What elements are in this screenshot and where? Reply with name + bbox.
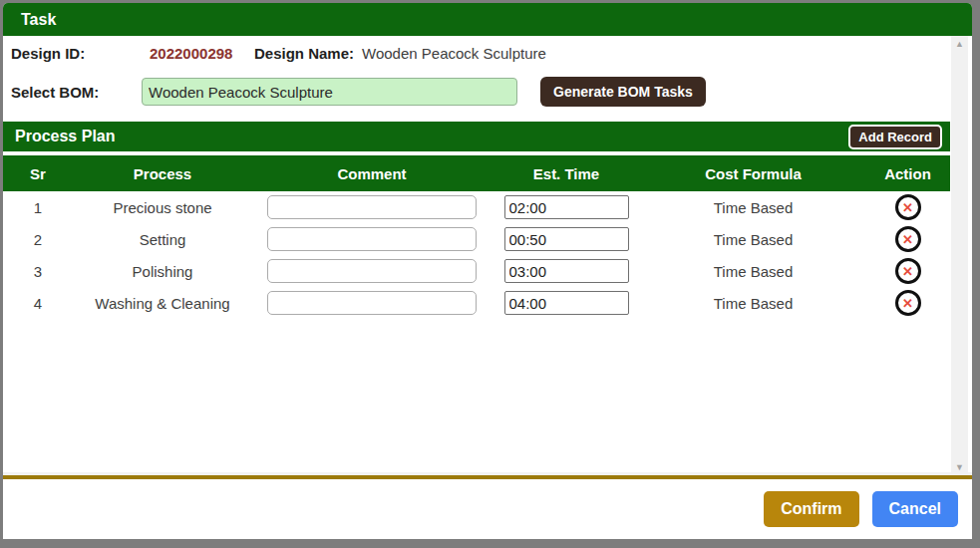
dialog-footer: Confirm Cancel [3, 479, 972, 539]
table-row: 3 Polishing Time Based ✕ [3, 255, 950, 287]
select-bom-label: Select BOM: [11, 84, 142, 101]
row-process: Washing & Cleaning [73, 295, 252, 312]
comment-input[interactable] [267, 227, 477, 251]
design-info-row: Design ID: 2022000298 Design Name: Woode… [3, 36, 972, 70]
x-icon: ✕ [902, 265, 913, 278]
task-dialog: Task Design ID: 2022000298 Design Name: … [0, 0, 975, 539]
add-record-button[interactable]: Add Record [848, 125, 942, 149]
table-row: 1 Precious stone Time Based ✕ [3, 191, 950, 223]
row-cost-formula: Time Based [641, 263, 865, 280]
row-sr: 2 [3, 231, 73, 248]
column-header-comment: Comment [252, 165, 491, 182]
delete-row-icon[interactable]: ✕ [895, 226, 921, 252]
est-time-input[interactable] [504, 227, 629, 251]
design-id-label: Design ID: [11, 45, 150, 62]
column-header-process: Process [73, 165, 252, 182]
est-time-input[interactable] [504, 291, 629, 315]
design-name-label: Design Name: [254, 45, 354, 62]
row-sr: 1 [3, 199, 73, 216]
scroll-down-icon[interactable]: ▼ [951, 459, 968, 475]
column-header-sr: Sr [3, 165, 73, 182]
dialog-content: Design ID: 2022000298 Design Name: Woode… [3, 36, 972, 472]
select-bom-input[interactable] [142, 78, 517, 106]
row-sr: 3 [3, 263, 73, 280]
scroll-up-icon[interactable]: ▲ [951, 36, 968, 52]
comment-input[interactable] [267, 259, 477, 283]
row-process: Polishing [73, 263, 252, 280]
design-name-value: Wooden Peacock Sculpture [362, 45, 546, 62]
column-header-est-time: Est. Time [491, 165, 641, 182]
column-header-action: Action [865, 165, 950, 182]
row-cost-formula: Time Based [641, 231, 865, 248]
row-sr: 4 [3, 295, 73, 312]
x-icon: ✕ [902, 233, 913, 246]
confirm-button[interactable]: Confirm [764, 491, 858, 527]
est-time-input[interactable] [504, 259, 629, 283]
row-process: Setting [73, 231, 252, 248]
process-plan-section: Process Plan Add Record Sr Process Comme… [3, 122, 950, 319]
comment-input[interactable] [267, 291, 477, 315]
delete-row-icon[interactable]: ✕ [895, 290, 921, 316]
dialog-title: Task [21, 11, 56, 29]
process-plan-column-headers: Sr Process Comment Est. Time Cost Formul… [3, 155, 950, 191]
row-cost-formula: Time Based [641, 199, 865, 216]
x-icon: ✕ [902, 297, 913, 310]
row-cost-formula: Time Based [641, 295, 865, 312]
design-id-value: 2022000298 [150, 45, 237, 62]
delete-row-icon[interactable]: ✕ [895, 258, 921, 284]
dialog-title-bar: Task [3, 3, 972, 36]
generate-bom-tasks-button[interactable]: Generate BOM Tasks [540, 77, 706, 107]
process-plan-title: Process Plan [15, 128, 116, 145]
cancel-button[interactable]: Cancel [872, 491, 958, 527]
vertical-scrollbar[interactable]: ▲ ▼ [951, 36, 968, 475]
column-header-cost-formula: Cost Formula [641, 165, 865, 182]
comment-input[interactable] [267, 195, 477, 219]
row-process: Precious stone [73, 199, 252, 216]
table-row: 2 Setting Time Based ✕ [3, 223, 950, 255]
delete-row-icon[interactable]: ✕ [895, 194, 921, 220]
table-row: 4 Washing & Cleaning Time Based ✕ [3, 287, 950, 319]
select-bom-row: Select BOM: Generate BOM Tasks [3, 70, 972, 114]
est-time-input[interactable] [504, 195, 629, 219]
x-icon: ✕ [902, 201, 913, 214]
process-plan-header: Process Plan Add Record [3, 122, 950, 151]
